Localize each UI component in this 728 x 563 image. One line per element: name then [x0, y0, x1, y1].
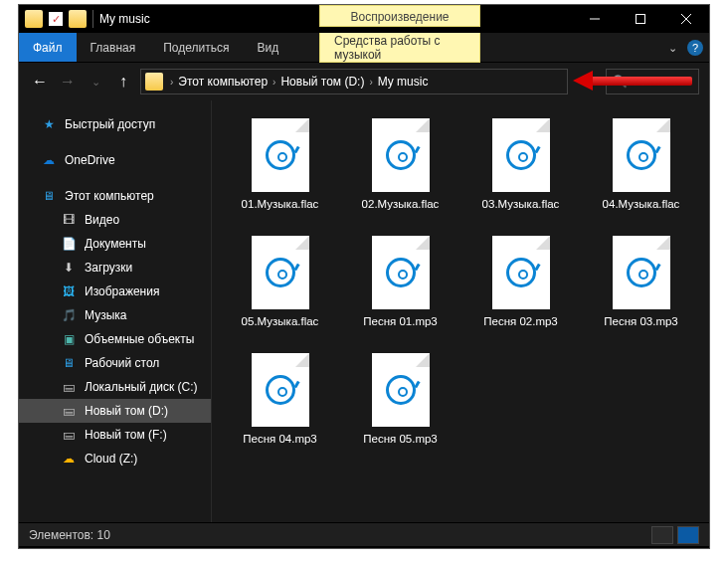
sidebar-item-drive-d[interactable]: 🖴 Новый том (D:): [19, 399, 211, 423]
qat-properties-icon[interactable]: ✓: [49, 12, 63, 26]
audio-file-icon: [372, 236, 430, 309]
maximize-button[interactable]: [618, 5, 663, 33]
file-item[interactable]: 03.Музыка.flac: [464, 118, 577, 228]
drive-icon: 🖴: [61, 379, 77, 395]
folder-icon[interactable]: [25, 10, 43, 28]
chevron-right-icon[interactable]: ›: [268, 77, 280, 88]
audio-file-icon: [372, 353, 430, 427]
sidebar-item-label: Видео: [85, 213, 119, 227]
tab-music-tools[interactable]: Средства работы с музыкой: [319, 33, 480, 63]
breadcrumb-segment[interactable]: Новый том (D:): [280, 75, 364, 89]
file-tab[interactable]: Файл: [19, 33, 77, 62]
sidebar-item-drive-f[interactable]: 🖴 Новый том (F:): [19, 423, 211, 447]
sidebar-item-label: Локальный диск (C:): [85, 380, 198, 394]
chevron-right-icon[interactable]: ›: [165, 77, 178, 88]
sidebar-item-pictures[interactable]: 🖼 Изображения: [19, 280, 211, 303]
navigation-bar: ← → ⌄ ↑ › Этот компьютер › Новый том (D:…: [19, 63, 709, 100]
status-items-count: 10: [97, 528, 110, 542]
sidebar-item-label: Загрузки: [85, 261, 132, 275]
file-name: 05.Музыка.flac: [242, 315, 319, 327]
view-details-button[interactable]: [651, 526, 673, 544]
breadcrumb-segment[interactable]: My music: [378, 75, 429, 89]
help-icon[interactable]: ?: [687, 40, 703, 56]
sidebar-item-this-pc[interactable]: 🖥 Этот компьютер: [19, 184, 211, 208]
address-bar[interactable]: › Этот компьютер › Новый том (D:) › My m…: [140, 69, 568, 94]
tab-share[interactable]: Поделиться: [149, 33, 243, 62]
picture-icon: 🖼: [61, 283, 77, 299]
audio-file-icon: [252, 353, 309, 427]
back-button[interactable]: ←: [29, 73, 51, 91]
sidebar-item-drive-z[interactable]: ☁ Cloud (Z:): [19, 447, 211, 470]
audio-file-icon: [492, 118, 550, 192]
breadcrumb-segment[interactable]: Этот компьютер: [178, 75, 268, 89]
file-item[interactable]: Песня 05.mp3: [344, 353, 456, 463]
tab-home[interactable]: Главная: [77, 33, 150, 62]
sidebar-item-label: Изображения: [85, 284, 159, 298]
audio-file-icon: [613, 236, 670, 309]
sidebar-item-videos[interactable]: 🎞 Видео: [19, 208, 211, 232]
audio-file-icon: [372, 118, 430, 192]
close-button[interactable]: [663, 5, 709, 33]
sidebar-item-documents[interactable]: 📄 Документы: [19, 232, 211, 256]
sidebar-item-3d[interactable]: ▣ Объемные объекты: [19, 327, 211, 351]
file-name: Песня 05.mp3: [363, 433, 438, 445]
file-name: 03.Музыка.flac: [482, 198, 560, 210]
contextual-tab-header: Воспроизведение: [319, 5, 480, 27]
navigation-pane[interactable]: ★ Быстрый доступ ☁ OneDrive 🖥 Этот компь…: [19, 100, 212, 522]
tab-view[interactable]: Вид: [243, 33, 292, 62]
view-large-icons-button[interactable]: [677, 526, 699, 544]
qat-divider: [92, 10, 93, 28]
file-item[interactable]: 02.Музыка.flac: [344, 118, 456, 228]
sidebar-item-label: OneDrive: [65, 153, 115, 167]
sidebar-item-label: Новый том (F:): [85, 428, 167, 442]
sidebar-item-onedrive[interactable]: ☁ OneDrive: [19, 148, 211, 172]
qat-newfolder-icon[interactable]: [69, 10, 87, 28]
ribbon-collapse-icon[interactable]: ⌄: [668, 42, 677, 55]
sidebar-item-drive-c[interactable]: 🖴 Локальный диск (C:): [19, 375, 211, 399]
sidebar-item-label: Документы: [85, 237, 146, 251]
file-name: 01.Музыка.flac: [242, 198, 319, 210]
forward-button[interactable]: →: [57, 73, 79, 91]
drive-icon: 🖴: [61, 403, 77, 419]
file-item[interactable]: 04.Музыка.flac: [585, 118, 697, 228]
file-item[interactable]: Песня 03.mp3: [585, 236, 697, 345]
file-item[interactable]: Песня 01.mp3: [344, 236, 456, 345]
sidebar-item-music[interactable]: 🎵 Музыка: [19, 303, 211, 327]
file-name: Песня 01.mp3: [363, 315, 438, 327]
file-item[interactable]: Песня 04.mp3: [224, 353, 336, 463]
file-item[interactable]: Песня 02.mp3: [464, 236, 577, 345]
cloud-icon: ☁: [41, 152, 57, 168]
file-name: Песня 02.mp3: [483, 315, 558, 327]
music-icon: 🎵: [61, 307, 77, 323]
maximize-icon: [636, 14, 645, 24]
file-name: Песня 03.mp3: [604, 315, 678, 327]
sidebar-item-desktop[interactable]: 🖥 Рабочий стол: [19, 351, 211, 375]
file-list[interactable]: 01.Музыка.flac 02.Музыка.flac 03.Музыка.…: [212, 100, 709, 522]
drive-icon: 🖴: [61, 427, 77, 443]
star-icon: ★: [41, 116, 57, 132]
file-item[interactable]: 01.Музыка.flac: [224, 118, 336, 228]
up-button[interactable]: ↑: [112, 73, 134, 91]
video-icon: 🎞: [61, 212, 77, 228]
audio-file-icon: [252, 118, 309, 192]
sidebar-item-label: Cloud (Z:): [85, 452, 137, 466]
ribbon-tabs: Файл Главная Поделиться Вид Средства раб…: [19, 33, 709, 63]
audio-file-icon: [252, 236, 309, 309]
cube-icon: ▣: [61, 331, 77, 347]
recent-dropdown-icon[interactable]: ⌄: [85, 76, 106, 89]
explorer-body: ★ Быстрый доступ ☁ OneDrive 🖥 Этот компь…: [19, 100, 709, 522]
minimize-button[interactable]: [572, 5, 618, 33]
status-items-label: Элементов:: [29, 528, 93, 542]
title-bar: ✓ My music Воспроизведение: [19, 5, 709, 33]
chevron-right-icon[interactable]: ›: [364, 77, 377, 88]
svg-rect-1: [637, 15, 645, 24]
sidebar-item-label: Рабочий стол: [85, 356, 159, 370]
sidebar-item-label: Быстрый доступ: [65, 117, 155, 131]
sidebar-item-quick-access[interactable]: ★ Быстрый доступ: [19, 112, 211, 136]
document-icon: 📄: [61, 236, 77, 252]
file-name: Песня 04.mp3: [243, 433, 317, 445]
file-item[interactable]: 05.Музыка.flac: [224, 236, 336, 345]
explorer-window: ✓ My music Воспроизведение Файл Главная …: [18, 4, 710, 549]
sidebar-item-downloads[interactable]: ⬇ Загрузки: [19, 256, 211, 280]
close-icon: [681, 14, 691, 24]
